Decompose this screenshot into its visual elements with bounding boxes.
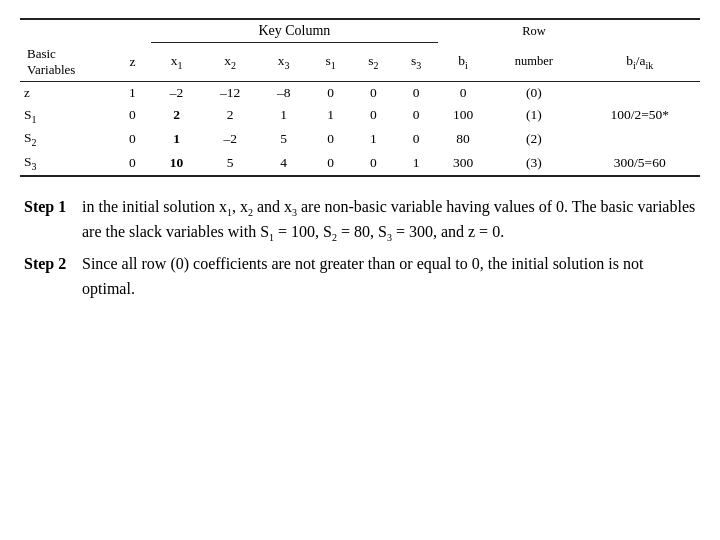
key-column-header-row: Key Column Row (20, 19, 700, 43)
x2-header: x2 (202, 43, 258, 82)
s3-val-cell: 0 (395, 127, 438, 151)
table-row: z 1 –2 –12 –8 0 0 0 0 (0) (20, 81, 700, 104)
x3-val-cell: 4 (258, 151, 309, 176)
s2-val-cell: 1 (352, 127, 395, 151)
bi-val-cell: 0 (438, 81, 489, 104)
x1-val-cell: –2 (151, 81, 202, 104)
empty-cell-top2 (114, 19, 151, 43)
basic-var-cell: S2 (20, 127, 114, 151)
empty-cell-top3 (438, 19, 489, 43)
x3-val-cell: 5 (258, 127, 309, 151)
column-headers-row: BasicVariables z x1 x2 x3 s1 s2 s3 bi nu… (20, 43, 700, 82)
simplex-table: Key Column Row BasicVariables z x1 x2 x3… (20, 18, 700, 177)
step2-label: Step 2 (24, 252, 82, 277)
x2-val-cell: 5 (202, 151, 258, 176)
x2-val-cell: –12 (202, 81, 258, 104)
ratio-cell (579, 127, 700, 151)
x1-header: x1 (151, 43, 202, 82)
bi-header: bi (438, 43, 489, 82)
row-number-header-top: Row (488, 19, 579, 43)
s1-val-cell: 1 (309, 104, 352, 128)
x1-val-cell: 1 (151, 127, 202, 151)
bi-val-cell: 100 (438, 104, 489, 128)
s3-header: s3 (395, 43, 438, 82)
s2-val-cell: 0 (352, 81, 395, 104)
x3-header: x3 (258, 43, 309, 82)
step1-line: Step 1 in the initial solution x1, x2 an… (24, 195, 700, 246)
step1-text: in the initial solution x1, x2 and x3 ar… (82, 195, 700, 246)
x2-val-cell: –2 (202, 127, 258, 151)
key-column-label: Key Column (151, 19, 437, 43)
x2-val-cell: 2 (202, 104, 258, 128)
bi-val-cell: 300 (438, 151, 489, 176)
s1-val-cell: 0 (309, 81, 352, 104)
ratio-cell (579, 81, 700, 104)
s3-val-cell: 0 (395, 81, 438, 104)
bi-val-cell: 80 (438, 127, 489, 151)
empty-cell-ratio-top (579, 19, 700, 43)
table-row: S1 0 2 2 1 1 0 0 100 (1) 100/2=50* (20, 104, 700, 128)
ratio-cell: 300/5=60 (579, 151, 700, 176)
s2-val-cell: 0 (352, 151, 395, 176)
basic-var-cell: S1 (20, 104, 114, 128)
empty-cell-top (20, 19, 114, 43)
table-row: S3 0 10 5 4 0 0 1 300 (3) 300/5=60 (20, 151, 700, 176)
steps-section: Step 1 in the initial solution x1, x2 an… (20, 195, 700, 302)
s2-val-cell: 0 (352, 104, 395, 128)
z-val-cell: 0 (114, 104, 151, 128)
z-val-cell: 1 (114, 81, 151, 104)
s3-val-cell: 0 (395, 104, 438, 128)
z-val-cell: 0 (114, 151, 151, 176)
table-row: S2 0 1 –2 5 0 1 0 80 (2) (20, 127, 700, 151)
s1-header: s1 (309, 43, 352, 82)
row-number-header: number (488, 43, 579, 82)
s1-val-cell: 0 (309, 127, 352, 151)
s3-val-cell: 1 (395, 151, 438, 176)
z-header: z (114, 43, 151, 82)
row-num-cell: (3) (488, 151, 579, 176)
z-val-cell: 0 (114, 127, 151, 151)
basic-var-cell: S3 (20, 151, 114, 176)
row-num-cell: (1) (488, 104, 579, 128)
step1-label: Step 1 (24, 195, 82, 220)
x3-val-cell: 1 (258, 104, 309, 128)
x3-val-cell: –8 (258, 81, 309, 104)
step2-text: Since all row (0) coefficients are not g… (82, 252, 700, 302)
s1-val-cell: 0 (309, 151, 352, 176)
row-num-cell: (2) (488, 127, 579, 151)
x1-val-cell: 10 (151, 151, 202, 176)
basic-var-cell: z (20, 81, 114, 104)
x1-val-cell: 2 (151, 104, 202, 128)
step2-line: Step 2 Since all row (0) coefficients ar… (24, 252, 700, 302)
basic-variables-header: BasicVariables (20, 43, 114, 82)
ratio-header: bi/aik (579, 43, 700, 82)
row-num-cell: (0) (488, 81, 579, 104)
ratio-cell: 100/2=50* (579, 104, 700, 128)
s2-header: s2 (352, 43, 395, 82)
